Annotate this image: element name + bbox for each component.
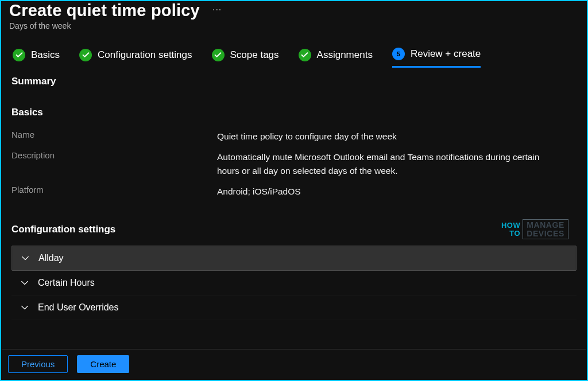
page-title: Create quiet time policy <box>9 1 200 20</box>
watermark-text: DEVICES <box>527 230 564 238</box>
accordion-label: Certain Hours <box>38 278 95 288</box>
tab-label: Basics <box>31 49 60 61</box>
watermark-text: MANAGE <box>527 221 564 230</box>
watermark-text: HOW <box>501 221 520 230</box>
label-name: Name <box>11 130 217 139</box>
accordion-label: Allday <box>38 253 64 263</box>
config-accordion: Allday Certain Hours End User Overrides <box>11 246 577 320</box>
row-name: Name Quiet time policy to configure day … <box>11 130 577 143</box>
check-icon <box>299 49 311 61</box>
basics-heading: Basics <box>11 107 577 118</box>
tab-configuration-settings[interactable]: Configuration settings <box>79 49 192 67</box>
label-description: Description <box>11 150 217 160</box>
page-header: Create quiet time policy ··· Days of the… <box>1 1 587 30</box>
wizard-tabs: Basics Configuration settings Scope tags… <box>1 30 587 73</box>
check-icon <box>212 49 225 61</box>
chevron-down-icon <box>21 304 29 312</box>
value-name: Quiet time policy to configure day of th… <box>217 130 397 143</box>
tab-label: Assignments <box>317 49 373 61</box>
tab-label: Scope tags <box>230 49 279 61</box>
page-subtitle: Days of the week <box>9 21 579 30</box>
check-icon <box>13 49 25 61</box>
chevron-down-icon <box>21 254 29 262</box>
label-platform: Platform <box>11 185 217 195</box>
value-description: Automatically mute Microsoft Outlook ema… <box>217 150 544 178</box>
tab-basics[interactable]: Basics <box>13 49 60 67</box>
previous-button[interactable]: Previous <box>8 355 68 373</box>
chevron-down-icon <box>21 279 29 287</box>
accordion-certain-hours[interactable]: Certain Hours <box>11 271 577 296</box>
accordion-end-user-overrides[interactable]: End User Overrides <box>11 296 577 320</box>
tab-assignments[interactable]: Assignments <box>299 49 373 67</box>
create-button[interactable]: Create <box>77 355 129 373</box>
value-platform: Android; iOS/iPadOS <box>217 185 301 199</box>
tab-label: Review + create <box>411 48 481 60</box>
check-icon <box>79 49 92 61</box>
summary-heading: Summary <box>11 76 577 87</box>
tab-scope-tags[interactable]: Scope tags <box>212 49 279 67</box>
review-content: Summary Basics Name Quiet time policy to… <box>1 73 587 320</box>
watermark-text: TO <box>509 230 520 238</box>
watermark-logo: HOW TO MANAGE DEVICES <box>501 219 568 239</box>
footer-bar: Previous Create <box>2 349 586 379</box>
tab-review-create[interactable]: 5 Review + create <box>392 48 481 68</box>
row-platform: Platform Android; iOS/iPadOS <box>11 185 577 199</box>
row-description: Description Automatically mute Microsoft… <box>11 150 577 178</box>
step-number-icon: 5 <box>392 48 405 60</box>
tab-label: Configuration settings <box>98 49 192 61</box>
more-icon[interactable]: ··· <box>212 5 222 15</box>
accordion-label: End User Overrides <box>38 302 119 313</box>
config-heading: Configuration settings <box>11 224 577 235</box>
accordion-allday[interactable]: Allday <box>11 246 577 271</box>
